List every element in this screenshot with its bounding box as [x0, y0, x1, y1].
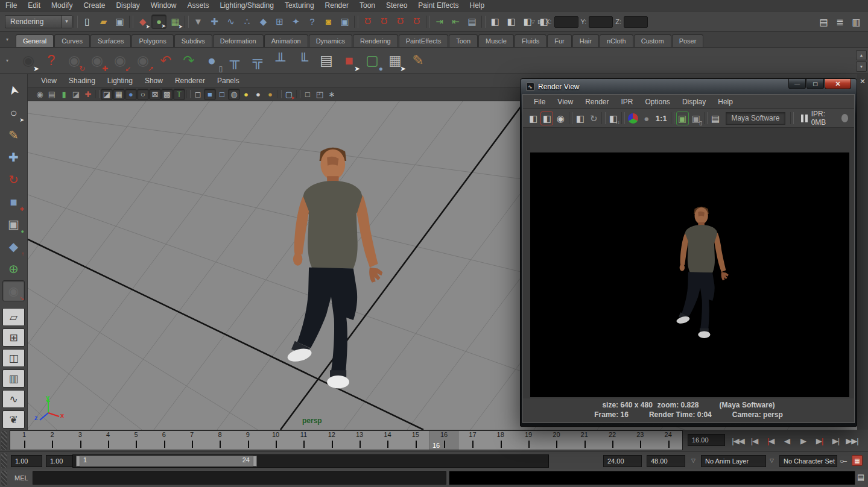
- snap-grids-icon[interactable]: ⊞: [272, 14, 287, 29]
- shaded-display-icon[interactable]: ●: [125, 89, 137, 100]
- soft-modification-tool[interactable]: ◆↑: [2, 236, 25, 257]
- refresh-ipr-icon[interactable]: ↻: [588, 112, 600, 125]
- menu-edit[interactable]: Edit: [22, 0, 46, 11]
- panel-menu-view[interactable]: View: [35, 77, 63, 85]
- field-entry-arrow-icon[interactable]: ▽: [531, 19, 535, 25]
- select-component-icon[interactable]: ▦➤: [168, 14, 183, 29]
- xray-active-icon[interactable]: ◰: [314, 89, 326, 100]
- image-plane-icon[interactable]: ◪: [70, 89, 82, 100]
- scene-movie-icon[interactable]: ◉➤: [17, 50, 39, 72]
- chevron-down-icon[interactable]: ▽: [691, 457, 695, 463]
- render-view-menu-view[interactable]: View: [551, 98, 579, 106]
- timeline-frame-1[interactable]: 1: [10, 431, 38, 450]
- transform-node-icon[interactable]: ■➤: [338, 50, 360, 72]
- range-slider-track[interactable]: 1 24: [72, 454, 549, 468]
- timeline-frame-19[interactable]: 19: [515, 431, 542, 450]
- snap-curves-icon[interactable]: ∿: [223, 14, 238, 29]
- render-settings-icon[interactable]: ▤: [709, 112, 721, 125]
- render-icon[interactable]: ◧: [527, 112, 539, 125]
- paint-effects-panel-icon[interactable]: ❦: [2, 410, 25, 429]
- render-view-menu-file[interactable]: File: [528, 98, 551, 106]
- step-back-frame-button[interactable]: |◀: [762, 433, 779, 448]
- panel-menu-show[interactable]: Show: [139, 77, 169, 85]
- drag-handle[interactable]: [1, 453, 7, 468]
- tool-settings-icon[interactable]: ≣: [832, 14, 847, 29]
- all-lights-icon[interactable]: ●: [240, 89, 252, 100]
- select-tool[interactable]: ➤: [2, 80, 25, 101]
- unparent-icon[interactable]: ╙: [293, 50, 314, 72]
- anim-layer-dropdown[interactable]: No Anim Layer: [701, 455, 766, 467]
- shelf-tab-fur[interactable]: Fur: [547, 34, 572, 47]
- go-to-end-button[interactable]: ▶▶|: [844, 433, 860, 448]
- output-connections-icon[interactable]: ⇤: [448, 14, 463, 29]
- camera-track-icon[interactable]: ◉✚: [86, 50, 108, 72]
- scroll-up-icon[interactable]: ▲: [856, 50, 867, 60]
- isolate-select-icon[interactable]: ▢➤: [283, 89, 295, 100]
- range-end-handle[interactable]: [253, 456, 257, 467]
- menu-modify[interactable]: Modify: [46, 0, 78, 11]
- close-icon[interactable]: ✕: [858, 77, 867, 86]
- camera-dolly-icon[interactable]: ◉↙: [109, 50, 131, 72]
- snap-view-planes-icon[interactable]: ✦: [288, 14, 303, 29]
- timeline-frame-6[interactable]: 6: [150, 431, 178, 450]
- timeline-frame-15[interactable]: 15: [402, 431, 429, 450]
- lock-icon[interactable]: ◙: [321, 14, 336, 29]
- timeline-frame-9[interactable]: 9: [234, 431, 262, 450]
- group-icon[interactable]: ╦: [247, 50, 268, 72]
- attribute-editor-icon[interactable]: ▤: [816, 14, 831, 29]
- minimize-button[interactable]: —: [788, 79, 806, 89]
- pause-ipr-icon[interactable]: [801, 115, 808, 122]
- scale-tool[interactable]: ■✚: [2, 191, 25, 212]
- persp-outliner-layout[interactable]: ▥: [2, 369, 25, 388]
- universal-manipulator-tool[interactable]: ▣●: [2, 213, 25, 234]
- command-line-input[interactable]: [33, 471, 446, 485]
- step-forward-frame-button[interactable]: ▶|: [811, 433, 828, 448]
- menu-render[interactable]: Render: [320, 0, 354, 11]
- viewport-camera-icon[interactable]: ◉: [34, 89, 46, 100]
- rgb-channels-icon[interactable]: [627, 112, 639, 125]
- menu-toon[interactable]: Toon: [354, 0, 381, 11]
- timeline-ruler[interactable]: 1234567891011121314151616171819202122232…: [10, 430, 683, 450]
- shelf-tab-curves[interactable]: Curves: [54, 34, 90, 47]
- camera-attributes-icon[interactable]: ▤: [46, 89, 58, 100]
- shaded-cube-icon[interactable]: ■: [204, 89, 216, 100]
- delete-unused-icon[interactable]: ●▯: [201, 50, 223, 72]
- shelf-tab-polygons[interactable]: Polygons: [131, 34, 173, 47]
- shelf-tab-deformation[interactable]: Deformation: [213, 34, 264, 47]
- select-hierarchy-icon[interactable]: ◆➤: [135, 14, 150, 29]
- timeline-frame-18[interactable]: 18: [487, 431, 515, 450]
- timeline-frame-3[interactable]: 3: [66, 431, 94, 450]
- renderer-selector[interactable]: Maya Software: [726, 112, 785, 125]
- redo-icon[interactable]: ↷: [178, 50, 200, 72]
- paint-selection-tool[interactable]: ✎: [2, 124, 25, 145]
- wireframe-cube-icon[interactable]: ◻: [192, 89, 204, 100]
- shading-group-icon[interactable]: ▢●: [361, 50, 383, 72]
- construction-history-icon[interactable]: ▤: [464, 14, 480, 29]
- single-pane-layout[interactable]: ▱: [2, 308, 25, 326]
- render-current-frame-icon[interactable]: ◧: [504, 14, 519, 29]
- render-view-menu-render[interactable]: Render: [579, 98, 615, 106]
- shelf-tab-ncloth[interactable]: nCloth: [600, 34, 633, 47]
- select-object-icon[interactable]: ●➤: [151, 14, 166, 29]
- paint-effects-brush-icon[interactable]: ✎: [407, 50, 429, 72]
- alpha-channel-icon[interactable]: ●: [640, 112, 652, 125]
- save-scene-icon[interactable]: ▣: [112, 14, 127, 29]
- zoom-ratio-label[interactable]: 1:1: [656, 114, 667, 123]
- menu-create[interactable]: Create: [78, 0, 110, 11]
- render-view-menu-help[interactable]: Help: [712, 98, 739, 106]
- xray-icon[interactable]: □: [302, 89, 314, 100]
- region-render-icon[interactable]: ◧∷: [607, 112, 619, 125]
- grease-pencil-icon[interactable]: ◪: [101, 89, 113, 100]
- parent-icon[interactable]: ╥: [224, 50, 246, 72]
- use-default-material-icon[interactable]: T: [173, 89, 185, 100]
- persp-graph-layout[interactable]: ∿: [2, 390, 25, 408]
- panel-menu-panels[interactable]: Panels: [211, 77, 246, 85]
- render-view-menu-ipr[interactable]: IPR: [615, 98, 639, 106]
- move-tool[interactable]: ✚: [2, 146, 25, 168]
- highlight-selection-icon[interactable]: ▣: [337, 14, 352, 29]
- menu-set-selector[interactable]: Rendering ▼: [5, 15, 72, 28]
- rendered-image[interactable]: [530, 152, 849, 397]
- wireframe-on-shaded-icon[interactable]: ⊠: [149, 89, 161, 100]
- timeline-frame-23[interactable]: 23: [626, 431, 654, 450]
- playback-end-field[interactable]: 48.00: [647, 455, 685, 467]
